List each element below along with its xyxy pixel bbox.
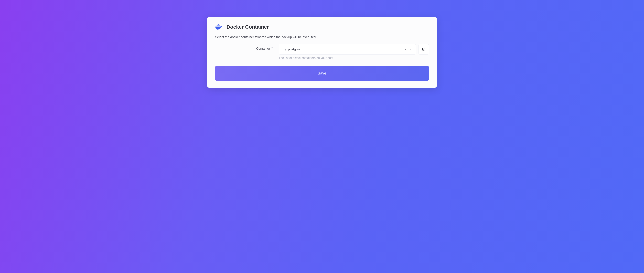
card-header: Docker Container [215, 24, 429, 30]
container-control-wrap: my_postgres [279, 44, 429, 60]
required-indicator: * [272, 47, 272, 50]
svg-rect-2 [218, 26, 219, 26]
card-title: Docker Container [226, 24, 269, 30]
container-form-row: Container * my_postgres [215, 44, 429, 60]
clear-icon[interactable] [403, 47, 408, 52]
refresh-icon [422, 48, 426, 51]
svg-rect-0 [216, 26, 217, 26]
svg-rect-4 [217, 25, 218, 26]
container-select-value: my_postgres [282, 48, 403, 51]
container-select-row: my_postgres [279, 44, 429, 54]
container-select[interactable]: my_postgres [279, 44, 416, 54]
save-button[interactable]: Save [215, 66, 429, 81]
docker-icon [215, 24, 224, 30]
container-label-wrap: Container * [215, 44, 272, 50]
docker-container-card: Docker Container Select the docker conta… [207, 17, 437, 88]
svg-rect-5 [218, 25, 219, 26]
card-description: Select the docker container towards whic… [215, 35, 429, 39]
chevron-down-icon[interactable] [409, 48, 413, 51]
svg-rect-3 [219, 26, 220, 26]
refresh-button[interactable] [418, 44, 429, 54]
container-help-text: The list of active containers on your ho… [279, 56, 429, 60]
svg-rect-1 [217, 26, 218, 26]
svg-rect-7 [218, 24, 219, 24]
svg-rect-6 [219, 25, 220, 26]
container-label: Container [256, 47, 270, 50]
